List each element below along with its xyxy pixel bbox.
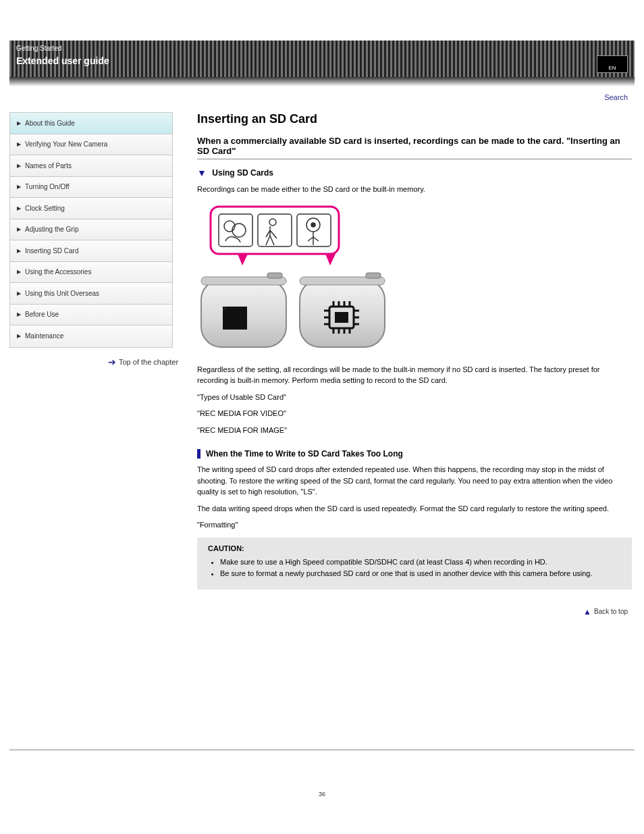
sidebar-item-power[interactable]: ▶Turning On/Off	[10, 177, 172, 199]
chapter-top-label: Top of the chapter	[119, 358, 178, 366]
sidebar-item-label: Turning On/Off	[25, 183, 70, 190]
back-to-top-label: Back to top	[594, 608, 628, 615]
sidebar-item-clock[interactable]: ▶Clock Setting	[10, 198, 172, 219]
paragraph: The data writing speed drops when the SD…	[197, 503, 632, 515]
header-fade	[9, 77, 635, 86]
main-content: Inserting an SD Card When a commercially…	[197, 112, 632, 590]
chevron-right-icon: ▶	[17, 226, 21, 232]
arrow-right-icon: ➔	[108, 357, 116, 367]
sidebar-item-label: Verifying Your New Camera	[25, 140, 107, 148]
paragraph: Recordings can be made either to the SD …	[197, 184, 632, 195]
breadcrumb: Getting Started	[16, 45, 61, 52]
sidebar: ▶About this Guide ▶Verifying Your New Ca…	[9, 112, 173, 348]
svg-marker-13	[325, 254, 336, 265]
svg-marker-12	[238, 254, 248, 265]
svg-rect-6	[297, 214, 331, 246]
triangle-down-icon: ▼	[197, 167, 207, 178]
divider	[197, 159, 632, 159]
sidebar-item-verifying[interactable]: ▶Verifying Your New Camera	[10, 134, 172, 156]
note-heading: When the Time to Write to SD Card Takes …	[197, 449, 632, 459]
chevron-right-icon: ▶	[17, 290, 21, 296]
sidebar-item-label: Names of Parts	[25, 162, 72, 170]
sidebar-item-label: Clock Setting	[25, 205, 65, 212]
page-title: Inserting an SD Card	[197, 112, 632, 126]
language-box: EN	[597, 55, 628, 73]
sidebar-item-label: Before Use	[25, 311, 59, 318]
sidebar-item-maintenance[interactable]: ▶Maintenance	[10, 325, 172, 347]
sidebar-item-grip[interactable]: ▶Adjusting the Grip	[10, 219, 172, 241]
subsection-heading: Using SD Cards	[212, 168, 273, 178]
sidebar-item-overseas[interactable]: ▶Using this Unit Overseas	[10, 283, 172, 305]
svg-point-11	[311, 223, 315, 227]
sidebar-item-parts[interactable]: ▶Names of Parts	[10, 155, 172, 177]
svg-rect-22	[335, 312, 348, 323]
sidebar-item-label: Adjusting the Grip	[25, 226, 79, 233]
footer-divider	[9, 750, 635, 750]
chapter-top-link[interactable]: ➔ Top of the chapter	[108, 357, 178, 367]
sidebar-item-about[interactable]: ▶About this Guide	[10, 113, 172, 134]
triangle-up-icon: ▲	[583, 607, 591, 617]
sidebar-item-accessories[interactable]: ▶Using the Accessories	[10, 262, 172, 284]
svg-rect-20	[366, 273, 381, 278]
link-types-sd[interactable]: "Types of Usable SD Card"	[197, 392, 632, 403]
back-to-top-link[interactable]: ▲ Back to top	[583, 607, 628, 617]
link-rec-video[interactable]: "REC MEDIA FOR VIDEO"	[197, 408, 632, 419]
header-title: Extended user guide	[16, 55, 109, 66]
chevron-right-icon: ▶	[17, 141, 21, 147]
section-heading: When a commercially available SD card is…	[197, 136, 632, 156]
sidebar-item-label: Using this Unit Overseas	[25, 290, 99, 297]
sidebar-item-label: Inserting SD Card	[25, 247, 78, 255]
chevron-right-icon: ▶	[17, 333, 21, 339]
link-rec-image[interactable]: "REC MEDIA FOR IMAGE"	[197, 425, 632, 436]
subsection-row: ▼ Using SD Cards	[197, 166, 632, 178]
page-number: 36	[0, 791, 644, 798]
caution-item: Make sure to use a High Speed compatible…	[220, 556, 621, 569]
sidebar-item-before[interactable]: ▶Before Use	[10, 305, 172, 326]
sidebar-item-label: About this Guide	[25, 120, 75, 127]
sidebar-item-label: Maintenance	[25, 332, 63, 340]
chevron-right-icon: ▶	[17, 311, 21, 317]
svg-rect-16	[267, 273, 282, 278]
chevron-right-icon: ▶	[17, 205, 21, 211]
language-label: EN	[608, 65, 616, 71]
paragraph: Regardless of the setting, all recording…	[197, 364, 632, 386]
caution-box: CAUTION: Make sure to use a High Speed c…	[197, 538, 632, 590]
paragraph: The writing speed of SD card drops after…	[197, 464, 632, 498]
chevron-right-icon: ▶	[17, 248, 21, 254]
chevron-right-icon: ▶	[17, 184, 21, 190]
figure-sd-vs-builtin	[197, 203, 632, 359]
sidebar-item-label: Using the Accessories	[25, 268, 91, 276]
chevron-right-icon: ▶	[17, 269, 21, 275]
caution-title: CAUTION:	[208, 544, 621, 552]
link-formatting[interactable]: "Formatting"	[197, 519, 632, 531]
search-link[interactable]: Search	[604, 93, 628, 101]
caution-item: Be sure to format a newly purchased SD c…	[220, 568, 621, 580]
svg-rect-1	[219, 214, 252, 246]
chevron-right-icon: ▶	[17, 163, 21, 169]
chevron-right-icon: ▶	[17, 120, 21, 126]
sidebar-item-sd[interactable]: ▶Inserting SD Card	[10, 240, 172, 262]
